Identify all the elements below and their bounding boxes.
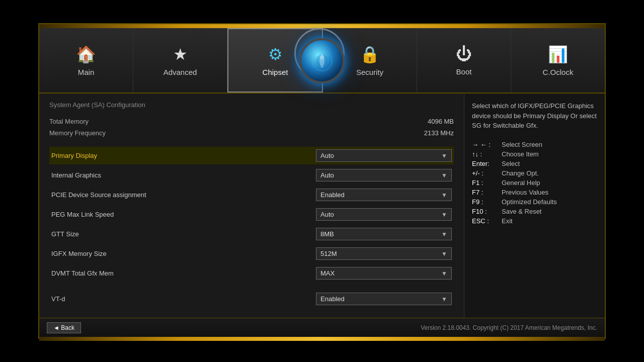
main-area: System Agent (SA) Configuration Total Me… xyxy=(39,94,605,318)
back-button[interactable]: ◄ Back xyxy=(47,322,81,333)
setting-row-pcie_device[interactable]: PCIE Device Source assignment Enabled ▼ xyxy=(49,186,454,204)
setting-label-gtt_size: GTT Size xyxy=(51,230,79,238)
key-hint: F7 : Previous Values xyxy=(472,189,597,196)
dropdown-arrow-primary_display: ▼ xyxy=(441,152,447,159)
key-hint: ↑↓ : Choose Item xyxy=(472,150,597,158)
setting-label-igfx_mem: IGFX Memory Size xyxy=(51,250,107,257)
nav-item-boot[interactable]: ⏻ Boot xyxy=(417,28,511,93)
gold-bottom-bar xyxy=(39,337,605,341)
key-hint: F1 : General Help xyxy=(472,179,597,187)
setting-label-peg_max: PEG Max Link Speed xyxy=(51,211,114,218)
right-panel: Select which of IGFX/PEG/PCIE Graphics d… xyxy=(464,94,605,318)
vtd-arrow: ▼ xyxy=(441,296,447,303)
key-hint: F10 : Save & Reset xyxy=(472,208,597,215)
key-label: F9 : xyxy=(472,198,500,206)
vtd-label: VT-d xyxy=(51,295,65,303)
help-description: Select which of IGFX/PEG/PCIE Graphics d… xyxy=(472,101,597,131)
setting-label-dvmt_total: DVMT Total Gfx Mem xyxy=(51,269,114,277)
dropdown-dvmt_total[interactable]: MAX ▼ xyxy=(316,267,452,280)
bios-logo xyxy=(297,31,347,91)
key-hint: +/- : Change Opt. xyxy=(472,169,597,177)
info-row-total-memory: Total Memory 4096 MB xyxy=(49,118,454,125)
setting-row-gtt_size[interactable]: GTT Size 8MB ▼ xyxy=(49,225,454,243)
gear-icon: ⚙ xyxy=(268,45,283,64)
dropdown-value-dvmt_total: MAX xyxy=(320,269,335,277)
chart-icon: 📊 xyxy=(548,45,568,64)
dropdown-value-internal_graphics: Auto xyxy=(320,171,334,179)
memory-freq-label: Memory Frequency xyxy=(49,129,106,137)
vtd-value: Enabled xyxy=(320,295,345,303)
key-action: Exit xyxy=(502,217,513,225)
dropdown-arrow-peg_max: ▼ xyxy=(441,211,447,218)
key-label: ↑↓ : xyxy=(472,150,500,158)
key-action: Save & Reset xyxy=(502,208,542,215)
key-action: General Help xyxy=(502,179,540,187)
key-label: F1 : xyxy=(472,179,500,187)
home-icon: 🏠 xyxy=(76,45,96,64)
dropdown-internal_graphics[interactable]: Auto ▼ xyxy=(316,169,452,182)
key-label: +/- : xyxy=(472,169,500,177)
dropdown-primary_display[interactable]: Auto ▼ xyxy=(316,149,452,162)
key-action: Select xyxy=(502,160,520,167)
content-panel: System Agent (SA) Configuration Total Me… xyxy=(39,94,464,318)
dropdown-arrow-pcie_device: ▼ xyxy=(441,192,447,199)
logo-circle xyxy=(299,38,345,83)
setting-label-primary_display: Primary Display xyxy=(51,152,97,159)
dropdown-igfx_mem[interactable]: 512M ▼ xyxy=(316,247,452,260)
nav-label-main: Main xyxy=(78,68,95,76)
dropdown-arrow-internal_graphics: ▼ xyxy=(441,172,447,179)
setting-label-internal_graphics: Internal Graphics xyxy=(51,171,101,179)
setting-row-peg_max[interactable]: PEG Max Link Speed Auto ▼ xyxy=(49,206,454,223)
power-icon: ⏻ xyxy=(456,45,472,63)
key-label: F10 : xyxy=(472,208,500,215)
nav-item-advanced[interactable]: ★ Advanced xyxy=(133,28,227,93)
dropdown-peg_max[interactable]: Auto ▼ xyxy=(316,208,452,221)
key-hint: → ← : Select Screen xyxy=(472,141,597,148)
dropdown-value-pcie_device: Enabled xyxy=(320,191,345,199)
key-hint: ESC : Exit xyxy=(472,217,597,225)
dropdown-arrow-gtt_size: ▼ xyxy=(441,231,447,238)
key-hints-container: → ← : Select Screen ↑↓ : Choose Item Ent… xyxy=(472,141,597,225)
key-label: ESC : xyxy=(472,217,500,225)
footer: ◄ Back Version 2.18.0043. Copyright (C) … xyxy=(39,318,605,337)
key-action: Select Screen xyxy=(502,141,542,148)
dropdown-value-peg_max: Auto xyxy=(320,211,334,218)
key-action: Previous Values xyxy=(502,189,548,196)
setting-row-igfx_mem[interactable]: IGFX Memory Size 512M ▼ xyxy=(49,245,454,262)
dropdown-value-gtt_size: 8MB xyxy=(320,230,334,238)
setting-row-vtd[interactable]: VT-d Enabled ▼ xyxy=(49,290,454,308)
key-label: → ← : xyxy=(472,141,500,148)
lock-icon: 🔒 xyxy=(360,45,380,64)
nav-item-coclock[interactable]: 📊 C.Oclock xyxy=(511,28,605,93)
dropdown-value-primary_display: Auto xyxy=(320,152,334,159)
dropdown-gtt_size[interactable]: 8MB ▼ xyxy=(316,228,452,240)
key-label: Enter: xyxy=(472,160,500,167)
dropdown-value-igfx_mem: 512M xyxy=(320,250,337,257)
gold-top-bar xyxy=(39,24,605,28)
setting-row-primary_display[interactable]: Primary Display Auto ▼ xyxy=(49,147,454,164)
key-action: Choose Item xyxy=(502,150,539,158)
nav-label-chipset: Chipset xyxy=(263,68,288,76)
nav-label-security: Security xyxy=(356,68,383,76)
nav-item-main[interactable]: 🏠 Main xyxy=(39,28,133,93)
section-title: System Agent (SA) Configuration xyxy=(49,101,454,109)
setting-row-internal_graphics[interactable]: Internal Graphics Auto ▼ xyxy=(49,166,454,184)
dropdown-arrow-igfx_mem: ▼ xyxy=(441,250,447,257)
setting-label-pcie_device: PCIE Device Source assignment xyxy=(51,191,146,199)
memory-freq-value: 2133 MHz xyxy=(424,129,454,137)
total-memory-label: Total Memory xyxy=(49,118,89,125)
vtd-dropdown[interactable]: Enabled ▼ xyxy=(316,293,452,305)
nav-label-advanced: Advanced xyxy=(164,68,197,76)
key-hint: Enter: Select xyxy=(472,160,597,167)
svg-point-2 xyxy=(320,55,324,59)
setting-row-dvmt_total[interactable]: DVMT Total Gfx Mem MAX ▼ xyxy=(49,264,454,282)
key-action: Optimized Defaults xyxy=(502,198,557,206)
dropdown-arrow-dvmt_total: ▼ xyxy=(441,270,447,277)
settings-container: Primary Display Auto ▼ Internal Graphics… xyxy=(49,147,454,282)
nav-label-boot: Boot xyxy=(456,67,472,76)
key-label: F7 : xyxy=(472,189,500,196)
total-memory-value: 4096 MB xyxy=(428,118,454,125)
nav-label-coclock: C.Oclock xyxy=(543,68,574,76)
dropdown-pcie_device[interactable]: Enabled ▼ xyxy=(316,189,452,201)
key-action: Change Opt. xyxy=(502,169,539,177)
